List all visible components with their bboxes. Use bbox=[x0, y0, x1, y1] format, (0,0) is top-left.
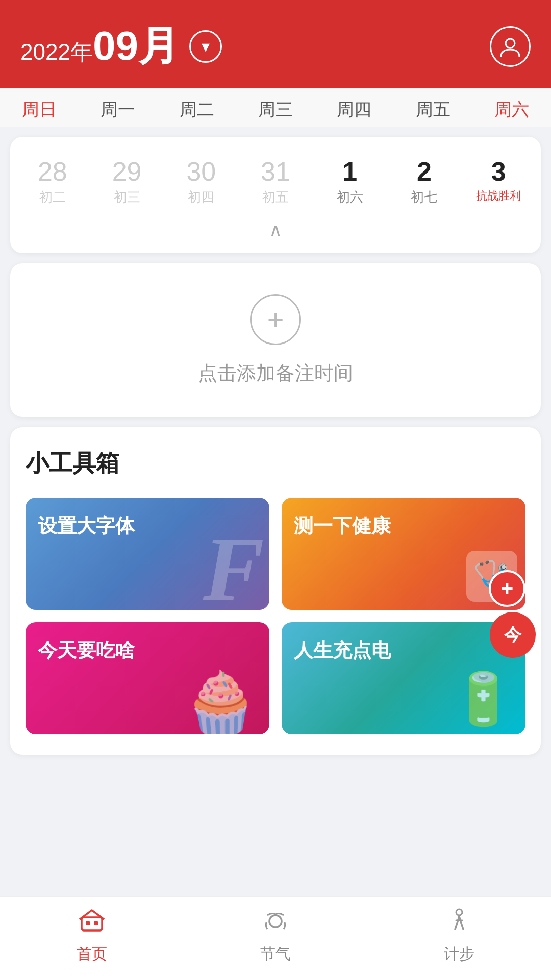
month-label: 09月 bbox=[93, 26, 179, 66]
day-lunar: 初五 bbox=[240, 188, 311, 206]
svg-point-5 bbox=[456, 909, 462, 915]
chevron-up-icon: ∧ bbox=[269, 219, 282, 240]
calendar-day-3[interactable]: 3 抗战胜利 bbox=[461, 152, 536, 211]
weekday-tuesday: 周二 bbox=[158, 98, 236, 121]
svg-point-4 bbox=[269, 915, 282, 927]
day-lunar: 初二 bbox=[17, 188, 88, 206]
user-icon bbox=[499, 35, 521, 58]
month-dropdown-button[interactable]: ▾ bbox=[189, 30, 222, 63]
health-icon-wrap: 🩺 + bbox=[466, 551, 517, 602]
steps-label: 计步 bbox=[444, 944, 474, 965]
day-number: 29 bbox=[92, 157, 162, 186]
weekday-sunday: 周日 bbox=[0, 98, 79, 121]
calendar-week-row: 28 初二 29 初三 30 初四 31 初五 1 初六 2 初七 3 抗战胜利 bbox=[15, 152, 536, 211]
tool-font-label: 设置大字体 bbox=[38, 513, 135, 539]
steps-icon bbox=[446, 907, 472, 940]
home-label: 首页 bbox=[77, 944, 107, 965]
solar-label: 节气 bbox=[260, 944, 291, 965]
day-number: 31 bbox=[240, 157, 311, 186]
year-label: 2022年 bbox=[20, 37, 93, 67]
calendar-day-1[interactable]: 1 初六 bbox=[313, 152, 387, 211]
battery-icon: 🔋 bbox=[452, 669, 515, 729]
day-lunar: 初七 bbox=[389, 188, 460, 206]
calendar-card: 28 初二 29 初三 30 初四 31 初五 1 初六 2 初七 3 抗战胜利… bbox=[10, 137, 541, 253]
calendar-day-29[interactable]: 29 初三 bbox=[90, 152, 164, 211]
calendar-day-28[interactable]: 28 初二 bbox=[15, 152, 90, 211]
day-lunar: 初六 bbox=[315, 188, 385, 206]
weekday-saturday: 周六 bbox=[472, 98, 551, 121]
tool-health-label: 测一下健康 bbox=[294, 513, 391, 539]
toolbox-grid: 设置大字体 F 测一下健康 🩺 + 今天要吃啥 🧁 人生充点电 今 🔋 bbox=[26, 498, 525, 734]
svg-rect-3 bbox=[94, 921, 98, 925]
svg-rect-2 bbox=[86, 921, 90, 925]
header: 2022年 09月 ▾ bbox=[0, 0, 551, 88]
nav-item-solar[interactable]: 节气 bbox=[260, 907, 291, 965]
add-note-card[interactable]: + 点击添加备注时间 bbox=[10, 263, 541, 417]
day-number: 1 bbox=[315, 157, 385, 186]
tool-food-label: 今天要吃啥 bbox=[38, 638, 135, 664]
day-lunar: 抗战胜利 bbox=[463, 188, 534, 204]
calendar-day-2[interactable]: 2 初七 bbox=[387, 152, 462, 211]
plus-icon: + bbox=[267, 303, 284, 336]
tool-card-health[interactable]: 测一下健康 🩺 + bbox=[282, 498, 525, 610]
tool-charge-label: 人生充点电 bbox=[294, 638, 391, 664]
calendar-day-31[interactable]: 31 初五 bbox=[238, 152, 313, 211]
nav-item-home[interactable]: 首页 bbox=[77, 907, 107, 965]
day-number: 28 bbox=[17, 157, 88, 186]
nav-item-steps[interactable]: 计步 bbox=[444, 907, 474, 965]
tool-card-food[interactable]: 今天要吃啥 🧁 bbox=[26, 622, 269, 734]
day-lunar: 初三 bbox=[92, 188, 162, 206]
bottom-nav: 首页 节气 计步 bbox=[0, 896, 551, 980]
today-badge: 今 bbox=[490, 612, 536, 658]
header-year-month: 2022年 09月 bbox=[20, 26, 179, 67]
day-number: 3 bbox=[463, 157, 534, 186]
svg-rect-1 bbox=[82, 917, 102, 930]
plus-badge: + bbox=[489, 570, 525, 607]
svg-point-0 bbox=[506, 39, 515, 48]
day-number: 2 bbox=[389, 157, 460, 186]
weekday-header: 周日 周一 周二 周三 周四 周五 周六 bbox=[0, 88, 551, 127]
day-lunar: 初四 bbox=[166, 188, 236, 206]
add-note-icon: + bbox=[250, 294, 301, 345]
weekday-thursday: 周四 bbox=[315, 98, 393, 121]
weekday-friday: 周五 bbox=[393, 98, 472, 121]
toolbox-section: 小工具箱 设置大字体 F 测一下健康 🩺 + 今天要吃啥 🧁 人生充点电 bbox=[10, 427, 541, 755]
weekday-monday: 周一 bbox=[79, 98, 157, 121]
collapse-button[interactable]: ∧ bbox=[15, 211, 536, 243]
home-icon bbox=[79, 907, 105, 940]
toolbox-title: 小工具箱 bbox=[26, 448, 525, 479]
chevron-down-icon: ▾ bbox=[202, 37, 210, 56]
font-icon: F bbox=[203, 523, 264, 610]
header-date: 2022年 09月 ▾ bbox=[20, 26, 222, 67]
cupcake-icon: 🧁 bbox=[183, 668, 259, 734]
weekday-wednesday: 周三 bbox=[236, 98, 315, 121]
calendar-day-30[interactable]: 30 初四 bbox=[164, 152, 238, 211]
solar-icon bbox=[262, 907, 289, 940]
add-note-label: 点击添加备注时间 bbox=[198, 360, 353, 386]
tool-card-font[interactable]: 设置大字体 F bbox=[26, 498, 269, 610]
tool-card-charge[interactable]: 人生充点电 今 🔋 bbox=[282, 622, 525, 734]
day-number: 30 bbox=[166, 157, 236, 186]
avatar-button[interactable] bbox=[490, 26, 531, 67]
